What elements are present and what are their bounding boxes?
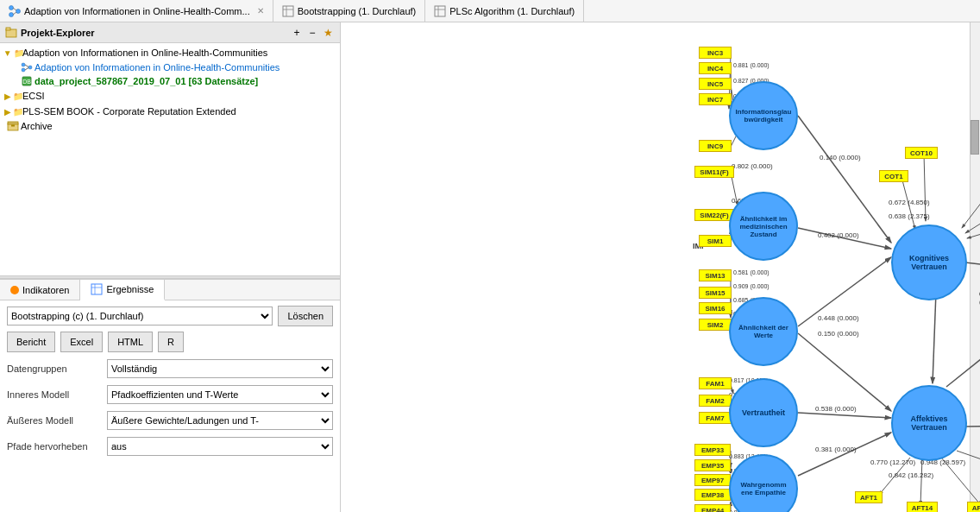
diagram-canvas: INC3 INC4 INC5 INC7 INC9 SIM11(F) SIM22(… xyxy=(341,22,980,512)
svg-line-17 xyxy=(25,68,28,71)
box-inc5[interactable]: INC5 xyxy=(699,78,732,90)
box-fam2[interactable]: FAM2 xyxy=(699,395,732,407)
svg-line-56 xyxy=(965,173,980,233)
box-fam7[interactable]: FAM7 xyxy=(699,412,732,424)
bottom-tabs: Indikatoren Ergebnisse xyxy=(0,280,340,300)
inneres-modell-row: Inneres Modell Pfadkoeffizienten und T-W… xyxy=(7,385,333,404)
val-581: 0.581 (0.000) xyxy=(733,269,770,275)
add-btn[interactable]: + xyxy=(290,26,304,40)
tab-indikatoren-label: Indikatoren xyxy=(22,285,69,295)
box-emp38[interactable]: EMP38 xyxy=(694,489,731,501)
box-emp97[interactable]: EMP97 xyxy=(694,474,731,486)
tree-archive-label: Archive xyxy=(21,121,53,131)
tab-ergebnisse-label: Ergebnisse xyxy=(106,284,154,294)
box-inc7[interactable]: INC7 xyxy=(699,93,732,105)
svg-line-4 xyxy=(13,12,16,15)
tree-item-archive[interactable]: Archive xyxy=(0,119,340,133)
diagram-panel[interactable]: INC3 INC4 INC5 INC7 INC9 SIM11(F) SIM22(… xyxy=(341,22,980,512)
val-638: 0.638 (2.375) xyxy=(889,212,930,220)
node-informationsglaubwurdigkeit[interactable]: Informationsglaubwürdigkeit xyxy=(729,81,798,150)
box-sim13[interactable]: SIM13 xyxy=(699,269,732,281)
r-button[interactable]: R xyxy=(158,332,184,352)
left-panel: Projekt-Explorer + − ★ ▼ 📁 Adaption von … xyxy=(0,22,341,512)
node-kognitives-vertrauen[interactable]: KognitivesVertrauen xyxy=(891,224,967,300)
table-icon-1 xyxy=(282,5,294,17)
folder-collapsed-icon-ecsi: ▶ 📁 xyxy=(7,89,21,103)
svg-line-16 xyxy=(25,65,28,67)
delete-button[interactable]: Löschen xyxy=(278,306,333,326)
datengruppen-row: Datengruppen Vollständig xyxy=(7,359,333,378)
box-aft1[interactable]: AFT1 xyxy=(855,491,883,503)
html-button[interactable]: HTML xyxy=(108,332,153,352)
tab-ergebnisse[interactable]: Ergebnisse xyxy=(80,280,165,300)
tree-data-label: data_project_587867_2019_07_01 [63 Daten… xyxy=(35,76,258,86)
tab-close-icon[interactable]: ✕ xyxy=(257,6,264,16)
node-ahnlichkeit-medizinisch[interactable]: Ähnlichkeit immedizinischenZustand xyxy=(729,192,798,261)
box-sim15[interactable]: SIM15 xyxy=(699,287,732,299)
star-btn[interactable]: ★ xyxy=(321,26,335,40)
box-sim2[interactable]: SIM2 xyxy=(699,319,732,331)
svg-point-0 xyxy=(9,5,14,9)
node-affektives-vertrauen[interactable]: AffektivesVertrauen xyxy=(891,385,967,461)
svg-line-52 xyxy=(798,433,891,476)
svg-point-14 xyxy=(28,66,32,69)
svg-rect-8 xyxy=(435,6,445,16)
tree-ecsi-label: ECSI xyxy=(22,91,45,101)
tab-path-diagram[interactable]: Adaption von Informationen in Online-Hea… xyxy=(0,0,273,22)
val-448: 0.448 (0.000) xyxy=(818,314,859,322)
svg-line-58 xyxy=(965,262,980,273)
remove-btn[interactable]: − xyxy=(305,26,319,40)
box-aft14[interactable]: AFT14 xyxy=(907,502,938,512)
node-vertrautheit[interactable]: Vertrautheit xyxy=(729,378,798,447)
box-sim16[interactable]: SIM16 xyxy=(699,302,732,314)
excel-button[interactable]: Excel xyxy=(60,332,103,352)
tree-item-adaption[interactable]: ▼ 📁 Adaption von Informationen in Online… xyxy=(0,45,340,60)
tree-item-ecsi[interactable]: ▶ 📁 ECSI xyxy=(0,88,340,104)
ergebnisse-icon xyxy=(91,283,103,295)
tab-plsc[interactable]: PLSc Algorithm (1. Durchlauf) xyxy=(425,0,584,22)
tab-bootstrapping[interactable]: Bootstrapping (1. Durchlauf) xyxy=(273,0,426,22)
box-fam1[interactable]: FAM1 xyxy=(699,377,732,389)
box-inc4[interactable]: INC4 xyxy=(699,62,732,74)
svg-line-53 xyxy=(924,154,926,221)
val-802: 0.802 (0.000) xyxy=(732,162,773,170)
val-150: 0.150 (0.000) xyxy=(818,330,859,338)
tree-item-data[interactable]: DB data_project_587867_2019_07_01 [63 Da… xyxy=(0,74,340,88)
box-cot10[interactable]: COT10 xyxy=(905,147,938,159)
svg-line-59 xyxy=(933,292,936,383)
tree-item-plssem[interactable]: ▶ 📁 PLS-SEM BOOK - Corporate Reputation … xyxy=(0,104,340,119)
box-inc3[interactable]: INC3 xyxy=(699,47,732,59)
tab-indikatoren[interactable]: Indikatoren xyxy=(0,280,80,300)
algorithm-select[interactable]: Bootstrapping (c) (1. Durchlauf) xyxy=(7,307,273,326)
bericht-button[interactable]: Bericht xyxy=(7,332,55,352)
box-emp35[interactable]: EMP35 xyxy=(694,459,731,471)
svg-rect-21 xyxy=(8,122,18,124)
box-inc9[interactable]: INC9 xyxy=(699,140,732,152)
box-emp33[interactable]: EMP33 xyxy=(694,444,731,456)
ausseres-modell-select[interactable]: Äußere Gewichte/Ladungen und T- xyxy=(107,411,333,430)
box-aft16[interactable]: AFT16 xyxy=(967,502,980,512)
inneres-modell-select[interactable]: Pfadkoeffizienten und T-Werte xyxy=(107,385,333,404)
box-emp44[interactable]: EMP44 xyxy=(694,504,731,512)
svg-rect-23 xyxy=(91,284,102,294)
diagram-svg xyxy=(341,22,980,512)
svg-line-61 xyxy=(946,297,980,387)
tree-path-label: Adaption von Informationen in Online-Hea… xyxy=(35,62,280,73)
datengruppen-select[interactable]: Vollständig xyxy=(107,359,333,378)
bottom-panel: Indikatoren Ergebnisse xyxy=(0,279,340,512)
box-sim1[interactable]: SIM1 xyxy=(699,235,732,247)
node-ahnlichkeit-werte[interactable]: Ähnlichkeit derWerte xyxy=(729,297,798,366)
tab-bootstrap-label: Bootstrapping (1. Durchlauf) xyxy=(298,6,417,16)
table-icon-2 xyxy=(434,5,446,17)
box-sim11f[interactable]: SIM11(F) xyxy=(694,166,734,178)
svg-point-2 xyxy=(9,12,14,16)
data-file-icon: DB xyxy=(21,75,33,87)
tree-item-path[interactable]: Adaption von Informationen in Online-Hea… xyxy=(0,60,340,74)
box-cot1[interactable]: COT1 xyxy=(879,170,908,182)
val-881: 0.881 (0.000) xyxy=(733,62,770,68)
pfade-hervorheben-select[interactable]: aus xyxy=(107,437,333,456)
box-sim22f[interactable]: SIM22(F) xyxy=(694,209,734,221)
archive-icon xyxy=(7,120,19,132)
content-area: Projekt-Explorer + − ★ ▼ 📁 Adaption von … xyxy=(0,22,980,512)
svg-line-3 xyxy=(13,8,16,10)
